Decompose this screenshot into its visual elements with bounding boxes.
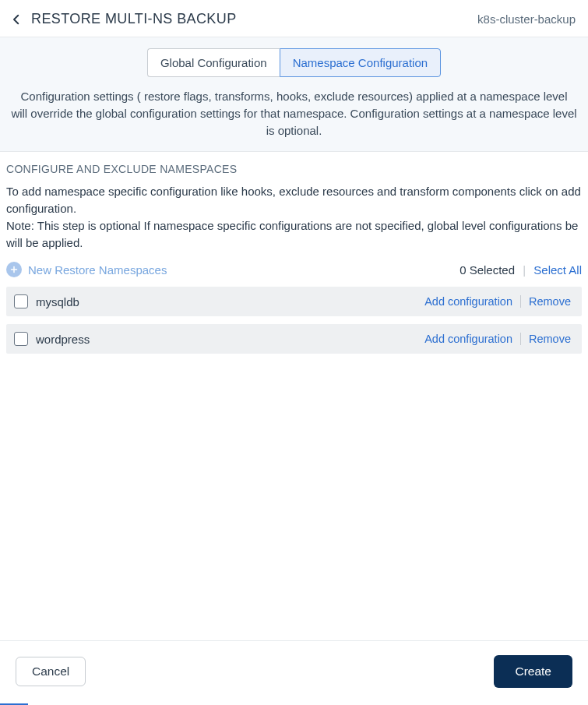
selected-count-label: 0 Selected xyxy=(459,263,515,277)
tab-description: Configuration settings ( restore flags, … xyxy=(8,88,580,139)
add-configuration-link[interactable]: Add configuration xyxy=(424,333,512,345)
namespace-name: mysqldb xyxy=(36,295,79,308)
namespace-row: mysqldbAdd configurationRemove xyxy=(6,287,582,316)
namespace-list: mysqldbAdd configurationRemovewordpressA… xyxy=(6,287,582,354)
selection-info: 0 Selected | Select All xyxy=(459,263,582,277)
add-namespace-label: New Restore Namespaces xyxy=(28,263,167,277)
namespace-toolbar: New Restore Namespaces 0 Selected | Sele… xyxy=(6,262,582,277)
namespace-checkbox[interactable] xyxy=(14,332,28,346)
namespace-name: wordpress xyxy=(36,333,90,346)
remove-link[interactable]: Remove xyxy=(529,333,571,345)
context-name: k8s-cluster-backup xyxy=(477,12,576,26)
section-heading: CONFIGURE AND EXCLUDE NAMESPACES xyxy=(6,161,582,183)
add-namespace-button[interactable]: New Restore Namespaces xyxy=(6,262,167,277)
dialog-footer: Cancel Create xyxy=(0,640,588,705)
content-area: CONFIGURE AND EXCLUDE NAMESPACES To add … xyxy=(0,152,588,640)
section-help-text: To add namespace specific configuration … xyxy=(6,183,582,251)
plus-circle-icon xyxy=(6,262,22,277)
page-title: RESTORE MULTI-NS BACKUP xyxy=(31,11,237,27)
cancel-button[interactable]: Cancel xyxy=(16,657,86,686)
add-configuration-link[interactable]: Add configuration xyxy=(424,295,512,308)
chevron-left-icon[interactable] xyxy=(9,12,23,26)
namespace-checkbox[interactable] xyxy=(14,294,28,308)
namespace-row: wordpressAdd configurationRemove xyxy=(6,324,582,354)
action-divider xyxy=(520,295,521,308)
separator: | xyxy=(523,263,526,277)
tab-area: Global Configuration Namespace Configura… xyxy=(0,37,588,152)
remove-link[interactable]: Remove xyxy=(529,295,571,308)
tab-global-configuration[interactable]: Global Configuration xyxy=(147,48,280,77)
tab-namespace-configuration[interactable]: Namespace Configuration xyxy=(280,48,441,77)
tab-group: Global Configuration Namespace Configura… xyxy=(8,48,580,77)
select-all-link[interactable]: Select All xyxy=(533,263,582,277)
action-divider xyxy=(520,333,521,345)
dialog-header: RESTORE MULTI-NS BACKUP k8s-cluster-back… xyxy=(0,0,588,37)
create-button[interactable]: Create xyxy=(494,655,572,688)
